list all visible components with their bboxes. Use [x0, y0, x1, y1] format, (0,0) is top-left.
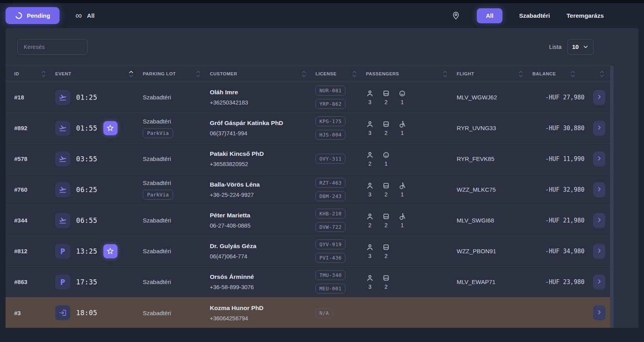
location-tab-all[interactable]: All: [477, 8, 502, 23]
passenger-group-vehicle: 2: [382, 274, 390, 290]
parking-lot-name: Szabadtéri: [143, 248, 171, 254]
table-row[interactable]: #3 18:05 Szabadtéri Kozma Hunor PhD +360…: [6, 297, 614, 328]
scope-all-filter-button[interactable]: ∞ All: [75, 11, 95, 20]
chevron-right-icon: [596, 125, 602, 132]
sort-asc-icon: [352, 71, 357, 73]
table-row[interactable]: #863 P 17:35 Szabadtéri Orsós Árminné +3…: [6, 267, 614, 297]
chevron-right-icon: [596, 278, 602, 286]
event-time: 01:25: [76, 93, 97, 101]
table-row[interactable]: #344 06:55 Szabadtéri Péter Marietta 06-…: [6, 205, 614, 236]
column-header-customer[interactable]: CUSTOMER: [210, 71, 315, 77]
row-license: QYV-919PVI-436: [315, 239, 366, 263]
license-plate: N/A: [315, 308, 333, 318]
row-flight: WZZ_PBON91: [457, 248, 532, 254]
pending-filter-label: Pending: [27, 12, 50, 19]
search-input[interactable]: [17, 39, 88, 55]
customer-phone: 06(47)064-774: [210, 253, 247, 260]
page-size-select[interactable]: 10: [567, 39, 594, 55]
table-row[interactable]: #578 03:55 Szabadtéri Pataki Kincső PhD …: [6, 144, 614, 174]
row-details-button[interactable]: [593, 305, 605, 320]
wheelchair-icon: [398, 120, 406, 128]
column-header-passengers[interactable]: PASSENGERS: [366, 71, 457, 77]
passenger-group-vehicle: 2: [382, 243, 390, 259]
topbar: Pending ∞ All All Szabadtéri Teremgarázs: [0, 3, 644, 28]
customer-name: Oláh Imre: [210, 89, 238, 96]
bookings-card: Lista 10 ID EVENT PARKING LOT: [6, 28, 638, 328]
person-icon: [366, 182, 374, 190]
passenger-count: 3: [368, 191, 371, 198]
row-event: 06:25: [55, 182, 143, 197]
row-customer: Dr. Gulyás Géza 06(47)064-774: [210, 243, 315, 260]
infinity-icon: ∞: [75, 11, 82, 20]
passenger-group-adult: 3: [366, 120, 374, 136]
parking-lot-name: Szabadtéri: [143, 118, 171, 125]
row-details-button[interactable]: [593, 151, 605, 166]
row-details-button[interactable]: [593, 275, 605, 290]
row-parking-lot: Szabadtéri: [143, 278, 210, 285]
passenger-count: 3: [368, 284, 371, 290]
table-row[interactable]: #812 P 13:25 Szabadtéri Dr. Gulyás Géza …: [6, 236, 614, 267]
passenger-group-wheelchair: 1: [398, 213, 406, 228]
login-icon: [55, 305, 70, 320]
page-size-value: 10: [572, 43, 579, 50]
row-license: TMU-340MEU-001: [315, 270, 366, 293]
column-header-license[interactable]: LICENSE: [315, 71, 366, 77]
column-header-id[interactable]: ID: [14, 71, 55, 77]
row-details-button[interactable]: [593, 244, 605, 259]
pending-filter-button[interactable]: Pending: [6, 7, 60, 24]
passenger-count: 1: [401, 222, 404, 228]
sort-desc-icon: [519, 75, 523, 77]
row-details-button[interactable]: [593, 121, 605, 136]
row-id: #3: [14, 310, 55, 316]
parking-lot-badge: ParkVia: [143, 190, 173, 200]
row-details-button[interactable]: [593, 90, 605, 105]
table-row[interactable]: #18 01:25 Szabadtéri Oláh Imre +36250342…: [6, 82, 614, 113]
person-icon: [366, 120, 374, 128]
page-size-group: Lista 10: [549, 39, 594, 55]
plane-landing-icon: [55, 151, 70, 166]
row-details-button[interactable]: [593, 182, 605, 197]
passenger-group-vehicle: 2: [382, 213, 390, 228]
table-scrollbar[interactable]: [610, 65, 614, 328]
chevron-right-icon: [596, 248, 602, 255]
license-plate: DVW-722: [315, 222, 345, 232]
passenger-group-vehicle: 2: [382, 182, 390, 198]
row-balance: -HUF 32,980: [532, 186, 584, 193]
parking-lot-name: Szabadtéri: [143, 217, 171, 224]
sort-asc-icon: [41, 71, 46, 73]
event-time: 06:55: [76, 217, 97, 224]
column-header-parking-lot[interactable]: PARKING LOT: [143, 71, 210, 77]
column-header-flight[interactable]: FLIGHT: [457, 71, 532, 77]
column-header-event[interactable]: EVENT: [55, 71, 143, 77]
scope-all-filter-label: All: [87, 12, 95, 19]
passenger-count: 2: [385, 284, 388, 290]
row-event: 01:25: [55, 90, 143, 105]
passenger-count: 2: [385, 99, 388, 105]
parking-lot-name: Szabadtéri: [143, 179, 171, 186]
license-plate: DBM-243: [315, 191, 345, 201]
license-plate: MEU-001: [315, 284, 345, 293]
row-license: RZT-463DBM-243: [315, 178, 366, 201]
row-details-button[interactable]: [593, 213, 605, 228]
parking-lot-name: Szabadtéri: [143, 94, 171, 101]
chevron-right-icon: [596, 186, 602, 193]
row-license: KHB-210DVW-722: [315, 209, 366, 232]
location-tab-szabadteri[interactable]: Szabadtéri: [519, 12, 550, 19]
column-header-actions[interactable]: [584, 71, 614, 77]
sort-asc-icon: [129, 71, 133, 73]
customer-phone: 06(37)741-994: [210, 130, 247, 136]
table-row[interactable]: #760 06:25 Szabadtéri ParkVia Balla-Vörö…: [6, 174, 614, 205]
table-row[interactable]: #892 01:55 Szabadtéri ParkVia Gróf Gáspá…: [6, 113, 614, 144]
passenger-group-wheelchair: 1: [398, 182, 406, 198]
table-body: #18 01:25 Szabadtéri Oláh Imre +36250342…: [6, 82, 638, 328]
column-header-balance[interactable]: BALANCE: [532, 71, 584, 77]
row-customer: Balla-Vörös Léna +36-25-224-9927: [210, 181, 315, 198]
row-balance: -HUF 21,980: [532, 217, 584, 224]
sort-desc-icon: [600, 75, 604, 77]
row-parking-lot: Szabadtéri: [143, 217, 210, 224]
column-header-label: CUSTOMER: [210, 71, 237, 76]
location-tab-teremgarazs[interactable]: Teremgarázs: [567, 12, 604, 19]
passenger-count: 2: [368, 222, 371, 228]
vehicle-icon: [382, 213, 390, 221]
row-id: #578: [14, 155, 55, 162]
